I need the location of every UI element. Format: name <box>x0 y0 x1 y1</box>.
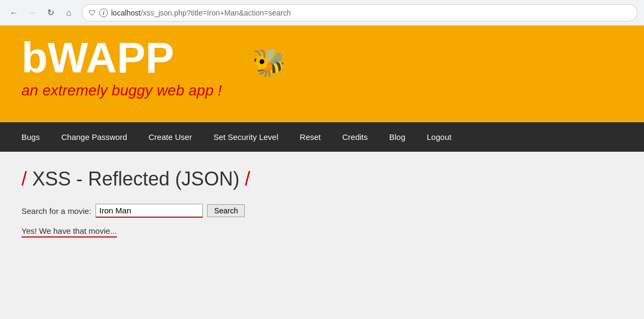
nav-item-credits[interactable]: Credits <box>332 122 379 152</box>
shield-icon: 🛡 <box>89 9 96 17</box>
nav-buttons: ← → ↻ ⌂ <box>6 5 76 20</box>
forward-button[interactable]: → <box>25 5 40 20</box>
title-slash-left: / <box>21 168 32 190</box>
nav-item-change-password[interactable]: Change Password <box>50 122 138 152</box>
info-icon: i <box>99 9 108 17</box>
nav-item-reset[interactable]: Reset <box>289 122 332 152</box>
tagline: an extremely buggy web app ! <box>21 82 623 99</box>
url-text: localhost/xss_json.php?title=Iron+Man&ac… <box>111 9 291 17</box>
title-text: XSS - Reflected (JSON) <box>32 168 239 190</box>
home-button[interactable]: ⌂ <box>61 5 76 20</box>
address-bar[interactable]: 🛡 i localhost/xss_json.php?title=Iron+Ma… <box>82 4 638 21</box>
bee-icon: 🐝 <box>252 47 286 78</box>
title-slash-right: / <box>239 168 250 190</box>
nav-item-blog[interactable]: Blog <box>378 122 416 152</box>
nav-item-create-user[interactable]: Create User <box>138 122 203 152</box>
nav-bar: Bugs Change Password Create User Set Sec… <box>0 122 644 152</box>
url-host: localhost <box>111 9 141 17</box>
reload-button[interactable]: ↻ <box>43 5 58 20</box>
site-title: bWAPP <box>21 36 174 79</box>
page-title: / XSS - Reflected (JSON) / <box>21 168 623 190</box>
nav-item-bugs[interactable]: Bugs <box>11 122 50 152</box>
nav-item-set-security-level[interactable]: Set Security Level <box>203 122 289 152</box>
url-path: /xss_json.php?title=Iron+Man&action=sear… <box>141 9 291 17</box>
search-button[interactable]: Search <box>207 204 245 217</box>
search-input[interactable] <box>96 204 203 218</box>
result-text: Yes! We have that movie... <box>21 226 117 238</box>
main-content: / XSS - Reflected (JSON) / Search for a … <box>0 152 644 286</box>
search-label: Search for a movie: <box>21 206 91 216</box>
back-button[interactable]: ← <box>6 5 21 20</box>
browser-chrome: ← → ↻ ⌂ 🛡 i localhost/xss_json.php?title… <box>0 0 644 26</box>
nav-item-logout[interactable]: Logout <box>416 122 462 152</box>
site-header: bWAPP 🐝 an extremely buggy web app ! <box>0 26 644 122</box>
search-row: Search for a movie: Search <box>21 204 623 218</box>
